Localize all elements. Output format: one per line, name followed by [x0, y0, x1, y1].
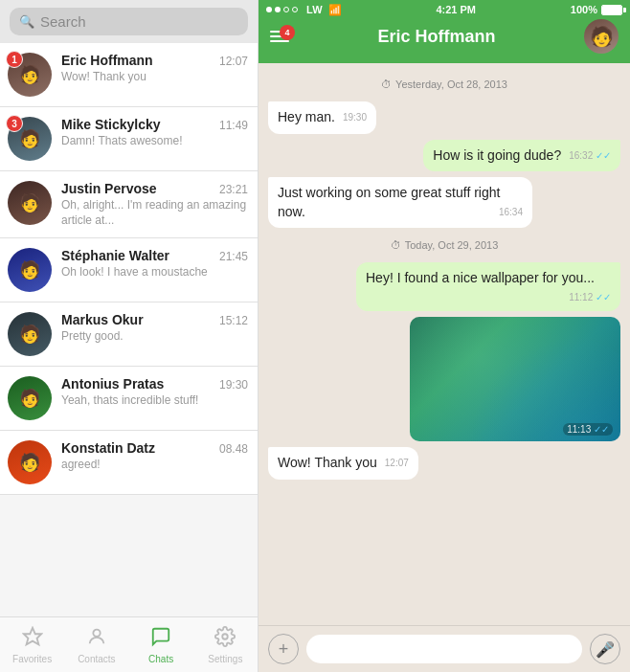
message-image: 11:13 ✓✓: [410, 317, 620, 441]
nav-icon-favorites: [22, 626, 43, 652]
chat-preview: Oh look! I have a moustache: [61, 265, 248, 279]
message-text: Wow! Thank you: [278, 455, 377, 470]
avatar-wrap: 🧑: [8, 248, 52, 292]
svg-point-1: [93, 629, 100, 636]
avatar-wrap: 🧑: [8, 312, 52, 356]
date-separator: ⏱ Yesterday, Oct 28, 2013: [268, 78, 620, 90]
message-time: 16:34: [499, 206, 523, 219]
message-input[interactable]: [306, 635, 582, 663]
left-panel: 🔍 Search 🧑1Eric Hoffmann12:07Wow! Thank …: [0, 0, 259, 672]
menu-button[interactable]: 4: [270, 31, 289, 42]
signal-dot-4: [292, 7, 298, 12]
add-attachment-button[interactable]: +: [268, 634, 299, 664]
date-separator: ⏱ Today, Oct 29, 2013: [268, 239, 620, 251]
unread-badge: 3: [6, 115, 23, 132]
messages-area: ⏱ Yesterday, Oct 28, 2013Hey man.19:30Ho…: [259, 63, 630, 625]
battery-icon: [601, 5, 622, 15]
chat-name: Antonius Pratas: [61, 376, 164, 392]
chat-time: 15:12: [219, 314, 248, 327]
avatar-wrap: 🧑: [8, 440, 52, 484]
header-avatar[interactable]: 🧑: [584, 19, 619, 54]
voice-message-button[interactable]: 🎤: [590, 634, 620, 664]
message-time: 19:30: [343, 111, 367, 124]
chat-item[interactable]: 🧑Markus Okur15:12Pretty good.: [0, 302, 258, 367]
signal-dot-1: [266, 7, 272, 12]
chat-name: Markus Okur: [61, 312, 144, 327]
message-time: 11:12 ✓✓: [569, 291, 611, 304]
chat-item[interactable]: 🧑Antonius Pratas19:30Yeah, thats incredi…: [0, 367, 258, 431]
message-bubble-incoming: Wow! Thank you12:07: [268, 447, 418, 480]
nav-icon-chats: [150, 626, 171, 652]
chat-preview: Damn! Thats awesome!: [61, 134, 248, 147]
nav-label-chats: Chats: [148, 654, 173, 664]
chat-name: Justin Pervose: [61, 181, 157, 196]
chat-name-row: Mike Stickylcky11:49: [61, 117, 248, 132]
chat-info: Justin Pervose23:21Oh, alright... I'm re…: [61, 181, 248, 228]
nav-item-contacts[interactable]: Contacts: [64, 620, 128, 670]
nav-item-chats[interactable]: Chats: [129, 620, 193, 670]
battery-label: 100%: [571, 4, 597, 15]
chat-name-row: Eric Hoffmann12:07: [61, 53, 248, 68]
chat-info: Eric Hoffmann12:07Wow! Thank you: [61, 53, 248, 83]
chat-item[interactable]: 🧑3Mike Stickylcky11:49Damn! Thats awesom…: [0, 107, 258, 171]
input-area: + 🎤: [259, 625, 630, 672]
message-text: Hey man.: [278, 109, 335, 124]
nav-label-settings: Settings: [208, 654, 242, 664]
message-text: Hey! I found a nice wallpaper for you...: [366, 270, 595, 285]
search-label: Search: [40, 13, 86, 30]
chat-header-title: Eric Hoffmann: [299, 27, 574, 47]
message-text: How is it going dude?: [433, 147, 561, 163]
unread-badge: 1: [6, 51, 23, 68]
carrier: LW: [306, 4, 323, 15]
avatar: 🧑: [8, 312, 52, 356]
avatar: 🧑: [8, 440, 52, 484]
chat-item[interactable]: 🧑Stéphanie Walter21:45Oh look! I have a …: [0, 238, 258, 302]
status-right: 100%: [571, 4, 622, 15]
nav-icon-settings: [214, 626, 236, 652]
chat-preview: agreed!: [61, 458, 248, 471]
battery-fill: [602, 6, 621, 14]
chat-item[interactable]: 🧑1Eric Hoffmann12:07Wow! Thank you: [0, 43, 258, 107]
chat-item[interactable]: 🧑Konstatin Datz08.48agreed!: [0, 431, 258, 495]
search-input-wrap[interactable]: 🔍 Search: [10, 8, 248, 35]
chat-list: 🧑1Eric Hoffmann12:07Wow! Thank you🧑3Mike…: [0, 43, 258, 616]
header-avatar-icon: 🧑: [590, 25, 614, 48]
status-time: 4:21 PM: [436, 4, 476, 15]
message-bubble-incoming: Hey man.19:30: [268, 101, 376, 134]
avatar-wrap: 🧑1: [8, 53, 52, 97]
chat-name-row: Markus Okur15:12: [61, 312, 248, 327]
avatar: 🧑: [8, 181, 52, 225]
search-icon: 🔍: [19, 14, 34, 29]
chat-time: 08.48: [219, 442, 248, 456]
avatar-wrap: 🧑: [8, 376, 52, 420]
chat-name-row: Stéphanie Walter21:45: [61, 248, 248, 263]
chat-name: Stéphanie Walter: [61, 248, 169, 263]
chat-preview: Oh, alright... I'm reading an amazing ar…: [61, 198, 248, 228]
menu-line-3: [270, 40, 289, 42]
svg-point-2: [223, 634, 229, 639]
right-panel: LW 📶 4:21 PM 100% 4 Eric Hoffmann 🧑 ⏱ Ye…: [259, 0, 630, 672]
chat-time: 19:30: [219, 378, 248, 392]
chat-name-row: Antonius Pratas19:30: [61, 376, 248, 392]
message-image-time: 11:13 ✓✓: [563, 423, 613, 436]
chat-item[interactable]: 🧑Justin Pervose23:21Oh, alright... I'm r…: [0, 171, 258, 238]
chat-time: 21:45: [219, 250, 248, 263]
message-time: 12:07: [385, 457, 409, 470]
signal-dot-2: [275, 7, 281, 12]
nav-item-settings[interactable]: Settings: [193, 620, 258, 670]
nav-label-favorites: Favorites: [12, 654, 52, 664]
status-bar: LW 📶 4:21 PM 100%: [259, 0, 630, 19]
chat-name-row: Justin Pervose23:21: [61, 181, 248, 196]
message-bubble-outgoing: How is it going dude?16:32 ✓✓: [423, 140, 620, 172]
avatar: 🧑: [8, 376, 52, 420]
chat-name: Konstatin Datz: [61, 440, 155, 456]
message-bubble-outgoing: Hey! I found a nice wallpaper for you...…: [356, 262, 620, 311]
chat-info: Markus Okur15:12Pretty good.: [61, 312, 248, 343]
chat-preview: Wow! Thank you: [61, 70, 248, 83]
chat-name: Eric Hoffmann: [61, 53, 153, 68]
chat-time: 23:21: [219, 183, 248, 196]
nav-item-favorites[interactable]: Favorites: [0, 620, 64, 670]
status-left: LW 📶: [266, 4, 342, 16]
avatar-wrap: 🧑3: [8, 117, 52, 161]
chat-name: Mike Stickylcky: [61, 117, 161, 132]
